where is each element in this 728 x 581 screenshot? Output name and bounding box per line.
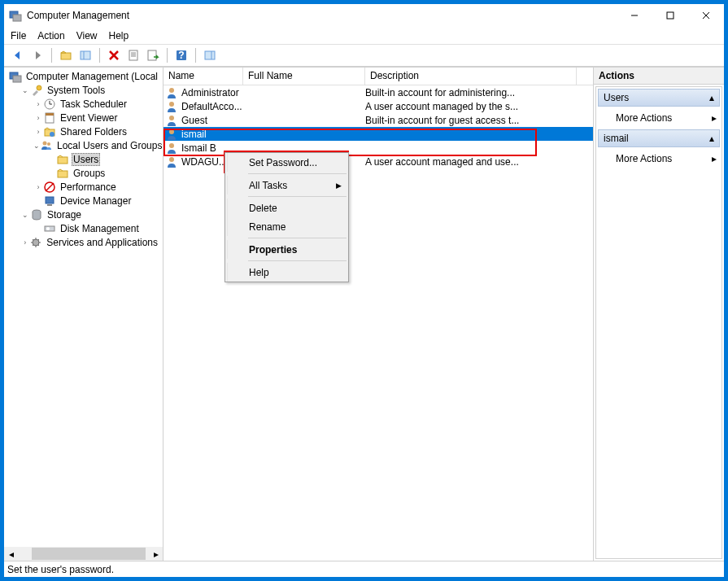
folder-icon bbox=[56, 153, 69, 166]
back-button[interactable] bbox=[9, 46, 27, 64]
user-row-guest[interactable]: GuestBuilt-in account for guest access t… bbox=[163, 113, 593, 127]
delete-button[interactable] bbox=[105, 46, 123, 64]
list-header: Name Full Name Description bbox=[163, 68, 593, 85]
storage-icon bbox=[30, 208, 43, 221]
context-menu-separator bbox=[248, 196, 347, 197]
user-row-defaultacco-[interactable]: DefaultAcco...A user account managed by … bbox=[163, 99, 593, 113]
svg-rect-27 bbox=[46, 113, 54, 116]
submenu-arrow-icon: ▸ bbox=[712, 153, 717, 164]
properties-button[interactable] bbox=[124, 46, 142, 64]
tree-node-label: Computer Management (Local bbox=[24, 71, 159, 82]
svg-rect-6 bbox=[61, 53, 71, 59]
cell-name: ismail bbox=[181, 129, 243, 140]
actions-item-more-actions[interactable]: More Actions▸ bbox=[596, 149, 721, 168]
context-menu-all-tasks[interactable]: All Tasks▶ bbox=[227, 176, 348, 194]
tree-node-task-scheduler[interactable]: ›Task Scheduler bbox=[4, 97, 163, 111]
user-icon bbox=[165, 86, 178, 99]
tree-expander-icon[interactable]: › bbox=[33, 114, 43, 122]
tree-expander-icon[interactable]: › bbox=[33, 100, 43, 108]
actions-section-users[interactable]: Users▴ bbox=[598, 89, 720, 107]
tree-expander-icon[interactable]: › bbox=[20, 238, 29, 247]
svg-point-43 bbox=[169, 102, 174, 107]
svg-rect-37 bbox=[47, 204, 52, 206]
cell-name: Guest bbox=[181, 115, 243, 126]
menu-help[interactable]: Help bbox=[109, 30, 129, 42]
tree-expander-icon[interactable]: ⌄ bbox=[33, 142, 40, 150]
export-list-button[interactable] bbox=[144, 46, 162, 64]
tree-node-label: Disk Management bbox=[59, 223, 141, 234]
tree-node-system-tools[interactable]: ⌄System Tools bbox=[4, 83, 163, 97]
menu-view[interactable]: View bbox=[76, 30, 98, 42]
event-icon bbox=[43, 111, 56, 124]
tree-node-label: Task Scheduler bbox=[59, 98, 129, 110]
user-icon bbox=[165, 114, 178, 127]
show-hide-action-pane-button[interactable] bbox=[201, 46, 219, 64]
column-header-name[interactable]: Name bbox=[163, 68, 243, 85]
navigation-tree-pane: Computer Management (Local⌄System Tools›… bbox=[4, 68, 163, 561]
tree-node-services-and-applications[interactable]: ›Services and Applications bbox=[4, 235, 163, 249]
tree-expander-icon[interactable]: ⌄ bbox=[20, 211, 30, 219]
context-menu-set-password-[interactable]: Set Password... bbox=[227, 153, 348, 172]
toolbar-separator bbox=[167, 48, 168, 63]
collapse-arrow-icon: ▴ bbox=[709, 133, 714, 144]
context-menu-rename[interactable]: Rename bbox=[227, 217, 348, 236]
scroll-right-arrow[interactable]: ▸ bbox=[149, 547, 163, 561]
tree-node-label: Device Manager bbox=[59, 195, 133, 207]
tree-node-device-manager[interactable]: Device Manager bbox=[4, 194, 163, 208]
close-button[interactable] bbox=[688, 4, 724, 27]
svg-rect-33 bbox=[58, 171, 68, 177]
svg-rect-32 bbox=[58, 157, 68, 164]
forward-button[interactable] bbox=[28, 46, 46, 64]
cell-description: Built-in account for administering... bbox=[365, 87, 577, 98]
tree-node-users[interactable]: Users bbox=[4, 152, 163, 166]
tree-expander-icon[interactable]: › bbox=[33, 128, 43, 136]
tree-horizontal-scrollbar[interactable]: ◂ ▸ bbox=[4, 547, 163, 561]
user-row-administrator[interactable]: AdministratorBuilt-in account for admini… bbox=[163, 85, 593, 99]
cell-description: A user account managed and use... bbox=[365, 156, 577, 168]
svg-rect-18 bbox=[205, 51, 215, 59]
column-header-fullname[interactable]: Full Name bbox=[243, 68, 365, 85]
toolbar-separator bbox=[51, 48, 52, 63]
tree-node-label: Local Users and Groups bbox=[55, 140, 163, 151]
tree-expander-icon[interactable]: ⌄ bbox=[20, 86, 30, 94]
user-row-ismail[interactable]: ismail bbox=[163, 127, 593, 141]
actions-pane-title: Actions bbox=[594, 68, 724, 85]
tree-node-performance[interactable]: ›Performance bbox=[4, 180, 163, 194]
context-menu-properties[interactable]: Properties bbox=[227, 240, 348, 259]
tree-node-event-viewer[interactable]: ›Event Viewer bbox=[4, 111, 163, 124]
context-menu-help[interactable]: Help bbox=[227, 263, 348, 282]
tree-node-computer-management-local[interactable]: Computer Management (Local bbox=[4, 69, 163, 83]
maximize-button[interactable] bbox=[652, 4, 688, 27]
tree-node-label: Users bbox=[72, 153, 100, 166]
submenu-arrow-icon: ▸ bbox=[712, 112, 717, 124]
svg-rect-36 bbox=[46, 197, 54, 203]
svg-point-31 bbox=[47, 142, 50, 146]
actions-section-ismail[interactable]: ismail▴ bbox=[598, 129, 720, 147]
user-icon bbox=[165, 128, 178, 141]
tree-node-disk-management[interactable]: Disk Management bbox=[4, 221, 163, 235]
up-button[interactable] bbox=[57, 46, 75, 64]
scroll-left-arrow[interactable]: ◂ bbox=[4, 547, 18, 561]
help-button[interactable]: ? bbox=[172, 46, 190, 64]
scrollbar-thumb[interactable] bbox=[32, 548, 146, 560]
tree-expander-icon[interactable]: › bbox=[33, 183, 43, 191]
column-header-description[interactable]: Description bbox=[365, 68, 577, 85]
menu-file[interactable]: File bbox=[11, 30, 26, 42]
actions-item-label: More Actions bbox=[616, 153, 672, 164]
show-hide-tree-button[interactable] bbox=[76, 46, 94, 64]
toolbar-separator bbox=[195, 48, 196, 63]
context-menu-item-label: Help bbox=[249, 267, 269, 278]
context-menu-separator bbox=[248, 260, 347, 261]
tree-node-local-users-and-groups[interactable]: ⌄Local Users and Groups bbox=[4, 138, 163, 152]
actions-item-more-actions[interactable]: More Actions▸ bbox=[596, 108, 721, 128]
tree-node-shared-folders[interactable]: ›Shared Folders bbox=[4, 124, 163, 138]
user-icon bbox=[165, 142, 178, 155]
svg-point-29 bbox=[50, 132, 54, 137]
tree-node-storage[interactable]: ⌄Storage bbox=[4, 208, 163, 221]
context-menu-delete[interactable]: Delete bbox=[227, 199, 348, 217]
tree-node-groups[interactable]: Groups bbox=[4, 166, 163, 180]
menu-bar: File Action View Help bbox=[4, 27, 724, 45]
minimize-button[interactable] bbox=[617, 4, 652, 27]
menu-action[interactable]: Action bbox=[37, 30, 64, 42]
context-menu-item-label: Properties bbox=[249, 244, 297, 256]
